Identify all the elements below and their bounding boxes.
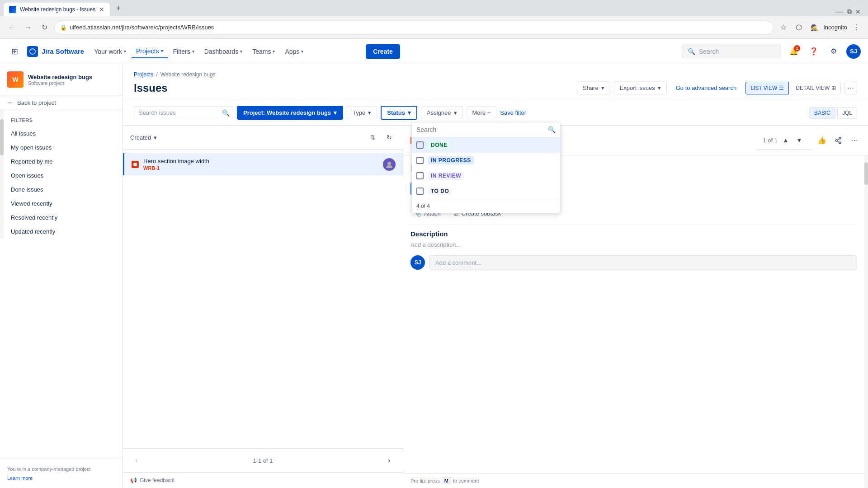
sidebar-project-name: Website redesign bugs xyxy=(28,74,115,80)
type-filter-button[interactable]: Type ▾ xyxy=(347,106,377,119)
new-tab-button[interactable]: + xyxy=(112,1,125,15)
nav-projects[interactable]: Projects ▾ xyxy=(132,45,168,58)
address-bar[interactable]: 🔒 uifeed.atlassian.net/jira/software/c/p… xyxy=(54,21,774,34)
sidebar-learn-more-link[interactable]: Learn more xyxy=(7,475,115,481)
chevron-down-icon: ▾ xyxy=(601,84,604,91)
detail-prev-button[interactable]: ▲ xyxy=(780,135,791,145)
status-option-to-do[interactable]: TO DO xyxy=(412,183,560,199)
feedback-icon: 📢 xyxy=(130,477,137,483)
sidebar-project-header: W Website redesign bugs Software project xyxy=(0,64,123,95)
done-checkbox[interactable] xyxy=(416,141,424,149)
incognito-icon: 🕵 xyxy=(808,21,821,34)
sidebar-item-resolved-recently[interactable]: Resolved recently xyxy=(4,211,123,225)
sidebar-project-info: Website redesign bugs Software project xyxy=(28,74,115,86)
search-placeholder: Search xyxy=(699,48,719,55)
to-do-checkbox[interactable] xyxy=(416,188,424,195)
app-grid-button[interactable]: ⊞ xyxy=(7,44,22,59)
status-option-in-progress[interactable]: IN PROGRESS xyxy=(412,153,560,168)
notification-badge: 1 xyxy=(794,45,800,52)
sidebar-item-reported-by-me[interactable]: Reported by me xyxy=(4,155,123,169)
nav-dashboards[interactable]: Dashboards ▾ xyxy=(200,45,247,58)
extension-button[interactable]: ⬡ xyxy=(793,21,805,34)
back-to-project-button[interactable]: ← Back to project xyxy=(0,95,123,110)
sidebar-item-viewed-recently[interactable]: Viewed recently xyxy=(4,197,123,211)
content-header: Projects / Website redesign bugs Issues … xyxy=(123,64,868,100)
basic-mode-button[interactable]: BASIC xyxy=(809,107,835,119)
description-placeholder[interactable]: Add a description... xyxy=(410,241,857,248)
save-filter-button[interactable]: Save filter xyxy=(500,109,526,116)
user-avatar[interactable]: SJ xyxy=(846,44,861,59)
active-tab[interactable]: Website redesign bugs - Issues ✕ xyxy=(4,3,110,16)
app-container: ⊞ Jira Software Your work ▾ Projects ▾ F… xyxy=(0,39,868,488)
next-page-button[interactable]: › xyxy=(383,454,396,467)
nav-your-work[interactable]: Your work ▾ xyxy=(90,45,131,58)
share-button[interactable]: Share ▾ xyxy=(577,81,610,94)
status-filter-button[interactable]: Status ▾ xyxy=(381,106,417,120)
comment-input[interactable]: Add a comment... xyxy=(429,255,857,270)
more-filter-button[interactable]: More + xyxy=(467,106,497,119)
settings-button[interactable]: ⚙ xyxy=(826,44,841,59)
svg-point-1 xyxy=(387,162,391,165)
tab-close-icon[interactable]: ✕ xyxy=(99,6,104,13)
refresh-button[interactable]: ↻ xyxy=(383,131,396,144)
in-progress-checkbox[interactable] xyxy=(416,157,424,164)
advanced-search-button[interactable]: Go to advanced search xyxy=(670,82,742,94)
reload-button[interactable]: ↻ xyxy=(38,21,51,34)
pagination-info: 1-1 of 1 xyxy=(253,457,273,464)
share-issue-button[interactable] xyxy=(832,134,844,147)
detail-view-button[interactable]: DETAIL VIEW ⊞ xyxy=(791,82,841,94)
status-label-done: DONE xyxy=(428,141,450,149)
prev-page-button[interactable]: ‹ xyxy=(130,454,143,467)
comment-row: SJ Add a comment... xyxy=(410,255,857,270)
notifications-button[interactable]: 🔔 1 xyxy=(787,44,801,59)
window-restore-icon[interactable]: ⧉ xyxy=(847,8,852,15)
bookmark-button[interactable]: ☆ xyxy=(777,21,790,34)
in-review-checkbox[interactable] xyxy=(416,172,424,179)
sidebar-item-my-open-issues[interactable]: My open issues xyxy=(4,141,123,155)
group-by-button[interactable]: Created ▾ xyxy=(130,134,157,141)
tab-title: Website redesign bugs - Issues xyxy=(20,6,95,13)
issue-item-content: Hero section image width WRB-1 xyxy=(143,158,378,171)
forward-button[interactable]: → xyxy=(22,21,34,34)
status-option-in-review[interactable]: IN REVIEW xyxy=(412,168,560,183)
top-nav: ⊞ Jira Software Your work ▾ Projects ▾ F… xyxy=(0,39,868,64)
status-option-done[interactable]: DONE xyxy=(412,137,560,153)
detail-next-button[interactable]: ▼ xyxy=(794,135,805,145)
nav-filters[interactable]: Filters ▾ xyxy=(169,45,199,58)
menu-button[interactable]: ⋮ xyxy=(850,21,863,34)
status-search-input[interactable] xyxy=(416,126,544,133)
nav-apps[interactable]: Apps ▾ xyxy=(280,45,308,58)
global-search[interactable]: 🔍 Search xyxy=(682,45,781,58)
more-options-button[interactable]: ⋯ xyxy=(844,82,857,94)
jql-mode-button[interactable]: JQL xyxy=(837,107,857,119)
list-view-button[interactable]: LIST VIEW ☰ xyxy=(745,82,789,94)
sidebar-item-done-issues[interactable]: Done issues xyxy=(4,183,123,197)
issue-list-item[interactable]: Hero section image width WRB-1 xyxy=(123,153,403,175)
help-button[interactable]: ❓ xyxy=(807,44,821,59)
create-button[interactable]: Create xyxy=(366,44,400,59)
page-title: Issues xyxy=(134,82,168,94)
give-feedback-button[interactable]: 📢 Give feedback xyxy=(123,472,403,488)
assignee-filter-button[interactable]: Assignee ▾ xyxy=(421,106,462,119)
window-minimize-icon[interactable]: — xyxy=(835,7,844,16)
nav-logo[interactable]: Jira Software xyxy=(27,46,84,57)
svg-line-7 xyxy=(837,141,839,142)
project-filter-button[interactable]: Project: Website redesign bugs ▾ xyxy=(237,106,343,120)
back-button[interactable]: ← xyxy=(5,21,18,34)
sidebar-item-updated-recently[interactable]: Updated recently xyxy=(4,225,123,239)
sidebar-scrollbar-thumb[interactable] xyxy=(0,119,4,155)
search-issues-input[interactable] xyxy=(134,106,233,119)
window-close-icon[interactable]: ✕ xyxy=(855,8,861,15)
sidebar-item-open-issues[interactable]: Open issues xyxy=(4,169,123,183)
chevron-down-icon: ▾ xyxy=(124,49,126,54)
detail-scrollbar-thumb[interactable] xyxy=(864,162,868,185)
sort-button[interactable]: ⇅ xyxy=(367,131,379,144)
chevron-down-icon: ▾ xyxy=(154,134,157,141)
sidebar-item-all-issues[interactable]: All issues xyxy=(4,127,123,141)
thumbs-up-button[interactable]: 👍 xyxy=(816,134,828,147)
export-issues-button[interactable]: Export issues ▾ xyxy=(614,81,667,94)
more-actions-button[interactable]: ⋯ xyxy=(848,134,861,147)
breadcrumb-projects-link[interactable]: Projects xyxy=(134,71,153,78)
issue-item-avatar xyxy=(383,158,396,171)
nav-teams[interactable]: Teams ▾ xyxy=(248,45,279,58)
